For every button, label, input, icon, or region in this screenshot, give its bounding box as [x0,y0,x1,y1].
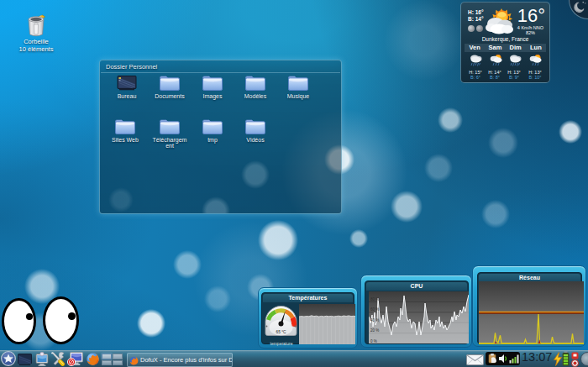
svg-text:0 %: 0 % [370,339,377,343]
svg-text:60 %: 60 % [370,307,379,312]
svg-text:80 %: 80 % [370,297,379,301]
svg-text:65 °C: 65 °C [276,330,286,334]
svg-text:40 %: 40 % [370,318,379,322]
svg-text:20 %: 20 % [370,328,379,333]
